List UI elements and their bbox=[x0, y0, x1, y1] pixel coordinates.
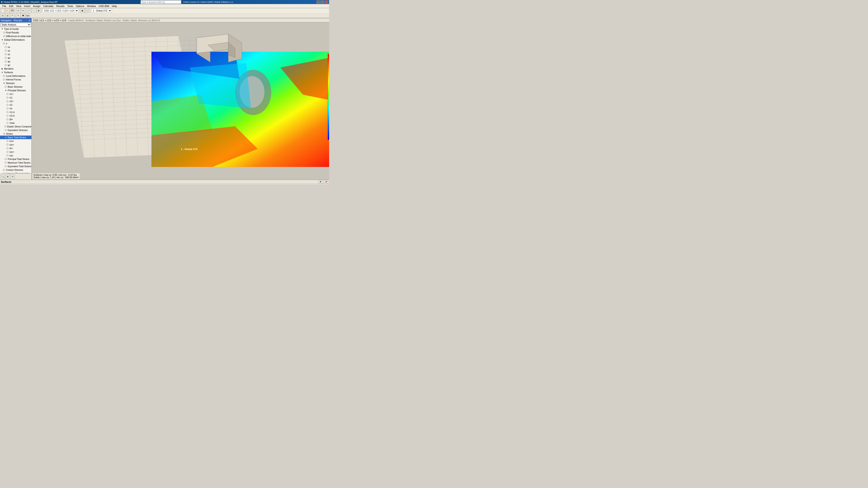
nav-tree-item-1[interactable]: Final Results bbox=[0, 31, 31, 34]
menu-item-calculate[interactable]: Calculate bbox=[42, 4, 55, 8]
axis-btn[interactable]: xyz bbox=[26, 13, 30, 18]
nav-tree-item-8[interactable]: φx bbox=[0, 56, 31, 60]
nav-tree-item-3[interactable]: ▼Global Deformations bbox=[0, 38, 31, 41]
nav-label-28: Equivalent Stresses bbox=[8, 129, 28, 131]
nav-tree-item-2[interactable]: Differences to initial state bbox=[0, 34, 31, 38]
nav-tree-item-17[interactable]: ▼Principal Stresses bbox=[0, 89, 31, 92]
zoom-out[interactable]: − bbox=[32, 8, 36, 13]
nav-tree-item-39[interactable]: Contact Stresses bbox=[0, 168, 31, 172]
nav-tree-item-15[interactable]: ▼Stresses bbox=[0, 81, 31, 85]
nav-label-1: Final Results bbox=[6, 31, 19, 34]
menu-item-results[interactable]: Results bbox=[55, 4, 66, 8]
snap-btn-3[interactable]: ⌖ bbox=[10, 13, 14, 18]
tree-icon-0: ▼ bbox=[1, 28, 4, 30]
nav-tree-item-4[interactable]: u bbox=[0, 41, 31, 45]
nav-tree-item-29[interactable]: ▼Strains bbox=[0, 132, 31, 135]
menu-item-options[interactable]: Options bbox=[74, 4, 86, 8]
menu-item-help[interactable]: Help bbox=[111, 4, 119, 8]
nav-tree-item-27[interactable]: Elastic Stress Components bbox=[0, 125, 31, 128]
search-input[interactable] bbox=[141, 0, 181, 4]
nav-tree-item-28[interactable]: Equivalent Stresses bbox=[0, 128, 31, 132]
nav-tree-item-36[interactable]: Principal Total Strains bbox=[0, 157, 31, 161]
nav-btn-1[interactable]: 🔍 bbox=[0, 174, 5, 179]
nav-tree-item-14[interactable]: Internal Forces bbox=[0, 78, 31, 81]
redo-button[interactable]: ↪ bbox=[21, 8, 25, 13]
menu-item-tools[interactable]: Tools bbox=[66, 4, 74, 8]
nav-close-btn[interactable]: ✕ bbox=[29, 19, 31, 22]
nav-tree-item-16[interactable]: Basic Stresses bbox=[0, 85, 31, 89]
save-button[interactable]: 💾 bbox=[10, 8, 14, 13]
close-button[interactable]: ✕ bbox=[324, 0, 328, 4]
nav-tree-item-22[interactable]: τm bbox=[0, 107, 31, 110]
viewport[interactable]: CO2: LC1 + LC2 + LC3 + LC4 Loads [kN/m²]… bbox=[32, 18, 329, 180]
nav-tree-item-38[interactable]: Equivalent Total Strains bbox=[0, 164, 31, 168]
lc-combo[interactable]: CO2: LC1 + LC2 + LC3 + LC4 bbox=[42, 8, 79, 13]
menu-item-edit[interactable]: Edit bbox=[8, 4, 15, 8]
nav-btn-2[interactable]: ⚙ bbox=[5, 174, 10, 179]
tree-icon-27 bbox=[4, 125, 7, 128]
menu-item-view[interactable]: View bbox=[15, 4, 23, 8]
sel-btn-2[interactable]: ⬒ bbox=[21, 13, 25, 18]
menu-item-window[interactable]: Window bbox=[86, 4, 97, 8]
tree-icon-4 bbox=[3, 42, 5, 45]
nav-label-20: σ2+ bbox=[9, 100, 13, 103]
model-viewport[interactable]: 0.06 0.04 0.02 0.00 -0.03 -0.06 -0.08 -0… bbox=[32, 22, 329, 180]
nav-tree-item-24[interactable]: σ2,m bbox=[0, 114, 31, 118]
snap-btn-2[interactable]: ◎ bbox=[5, 13, 10, 18]
nav-tree-item-33[interactable]: εk+ bbox=[0, 147, 31, 150]
tree-icon-24 bbox=[6, 114, 9, 117]
nav-label-39: Contact Stresses bbox=[6, 169, 23, 171]
undo-button[interactable]: ↩ bbox=[16, 8, 21, 13]
nav-tree-item-7[interactable]: uz bbox=[0, 53, 31, 56]
nav-tree-item-30[interactable]: ▼Basic Total Strains bbox=[0, 135, 31, 139]
nav-tree-item-35[interactable]: εyy- bbox=[0, 154, 31, 157]
nav-tree-item-12[interactable]: ▼Surfaces bbox=[0, 70, 31, 74]
nav-tree-item-40[interactable]: Isotropic Characteristics bbox=[0, 172, 31, 173]
nav-label-15: Stresses bbox=[6, 82, 15, 85]
maximize-button[interactable]: □ bbox=[320, 0, 324, 4]
tree-icon-39 bbox=[3, 168, 5, 171]
minimize-button[interactable]: ─ bbox=[316, 0, 320, 4]
menu-item-file[interactable]: File bbox=[1, 4, 8, 8]
nav-tree-item-5[interactable]: ux bbox=[0, 45, 31, 49]
render-btn[interactable]: ▶ bbox=[80, 8, 85, 13]
zoom-fit[interactable]: ⊞ bbox=[36, 8, 41, 13]
new-button[interactable]: 📄 bbox=[0, 8, 5, 13]
nav-tree-item-11[interactable]: ▶Members bbox=[0, 67, 31, 70]
nav-btn-3[interactable]: ↺ bbox=[10, 174, 15, 179]
tree-icon-15: ▼ bbox=[3, 82, 5, 85]
nav-tree-item-10[interactable]: φz bbox=[0, 63, 31, 67]
tree-icon-7 bbox=[4, 53, 7, 56]
nav-tree-item-26[interactable]: τmax bbox=[0, 121, 31, 125]
nav-tree-item-9[interactable]: φy bbox=[0, 60, 31, 63]
table-pin-btn[interactable]: 📌 bbox=[324, 180, 328, 184]
nav-tree-item-37[interactable]: Maximum Total Strains bbox=[0, 161, 31, 164]
tree-icon-8 bbox=[4, 57, 7, 59]
nav-label-24: σ2,m bbox=[9, 115, 15, 117]
nav-tree-item-13[interactable]: Local Deformations bbox=[0, 74, 31, 78]
wireframe-btn[interactable]: ⬚ bbox=[85, 8, 90, 13]
nav-tree-item-21[interactable]: σ2- bbox=[0, 103, 31, 107]
menu-item-insert[interactable]: Insert bbox=[23, 4, 32, 8]
zoom-in[interactable]: + bbox=[27, 8, 31, 13]
analysis-type-combo[interactable]: Static Analysis bbox=[0, 23, 31, 26]
nav-tree-item-31[interactable]: εxx+ bbox=[0, 139, 31, 143]
open-button[interactable]: 📂 bbox=[5, 8, 10, 13]
nav-tree-item-0[interactable]: ▼Type of results bbox=[0, 27, 31, 31]
nav-tree-item-19[interactable]: σ1- bbox=[0, 96, 31, 99]
snap-btn-1[interactable]: ⊙ bbox=[0, 13, 5, 18]
nav-tree-item-32[interactable]: εyy+ bbox=[0, 143, 31, 147]
nav-tree-item-20[interactable]: σ2+ bbox=[0, 99, 31, 103]
nav-tree-item-6[interactable]: uy bbox=[0, 49, 31, 53]
nav-label-37: Maximum Total Strains bbox=[8, 162, 31, 164]
nav-tree-item-18[interactable]: σ1+ bbox=[0, 92, 31, 96]
sel-btn-1[interactable]: ↖ bbox=[16, 13, 21, 18]
menu-item-assign[interactable]: Assign bbox=[32, 4, 42, 8]
menu-item-cad-bim[interactable]: CAD-BIM bbox=[97, 4, 110, 8]
nav-label-12: Surfaces bbox=[4, 71, 13, 74]
view-combo[interactable]: 1 - Global XYZ bbox=[91, 8, 112, 13]
nav-tree-item-34[interactable]: γxy+ bbox=[0, 150, 31, 154]
nav-tree-item-23[interactable]: σ1,m bbox=[0, 110, 31, 114]
table-close-btn[interactable]: ✕ bbox=[318, 180, 323, 184]
nav-tree-item-25[interactable]: βm bbox=[0, 118, 31, 121]
